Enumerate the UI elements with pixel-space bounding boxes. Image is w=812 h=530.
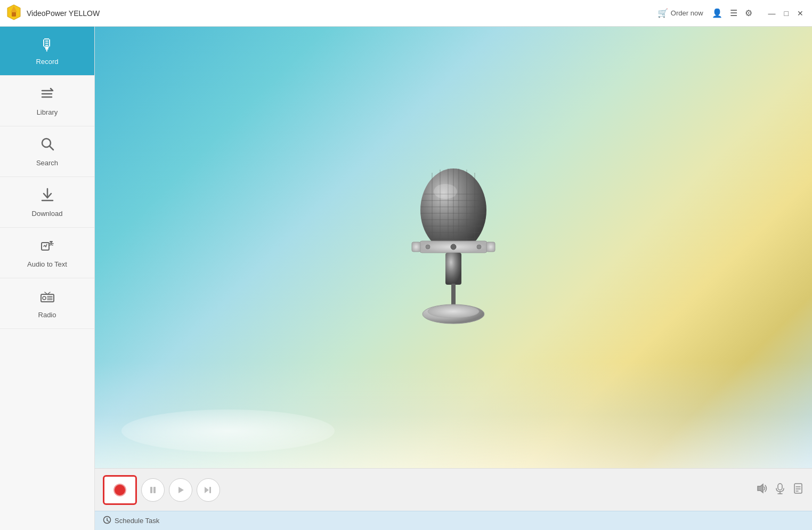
svg-rect-48 xyxy=(209,487,211,493)
search-icon xyxy=(39,136,55,156)
volume-icon[interactable] xyxy=(756,483,768,497)
schedule-task-label: Schedule Task xyxy=(115,517,159,525)
player-right-controls xyxy=(756,483,804,497)
user-icon[interactable]: 👤 xyxy=(712,8,722,18)
svg-rect-50 xyxy=(778,484,782,490)
document-icon[interactable] xyxy=(792,483,804,497)
app-title: VideoPower YELLOW xyxy=(27,9,657,18)
schedule-task-bar[interactable]: Schedule Task xyxy=(95,511,812,530)
svg-point-13 xyxy=(43,296,46,300)
sidebar-item-download[interactable]: Download xyxy=(0,177,94,228)
audio-to-text-icon xyxy=(39,237,55,257)
svg-line-8 xyxy=(50,146,53,150)
maximize-button[interactable]: □ xyxy=(781,9,792,18)
record-button[interactable] xyxy=(103,475,137,505)
svg-rect-39 xyxy=(486,242,495,252)
svg-marker-49 xyxy=(758,484,763,493)
window-controls: — □ ✕ xyxy=(765,9,807,18)
svg-rect-38 xyxy=(412,242,420,252)
svg-point-36 xyxy=(451,244,456,250)
sidebar-label-library: Library xyxy=(37,108,58,116)
svg-rect-45 xyxy=(153,487,156,493)
skip-button[interactable] xyxy=(197,478,220,502)
player-bar xyxy=(95,468,812,511)
microphone-settings-icon[interactable] xyxy=(774,483,786,497)
minimize-button[interactable]: — xyxy=(765,9,779,18)
sidebar-item-audio-to-text[interactable]: Audio to Text xyxy=(0,228,94,278)
titlebar-actions: 🛒 Order now 👤 ☰ ⚙ — □ ✕ xyxy=(657,8,807,18)
titlebar: VideoPower YELLOW 🛒 Order now 👤 ☰ ⚙ — □ … xyxy=(0,0,812,27)
svg-marker-46 xyxy=(178,487,184,493)
order-now-button[interactable]: 🛒 Order now xyxy=(657,8,703,18)
main-view xyxy=(95,27,812,468)
svg-line-59 xyxy=(107,520,109,521)
pause-button[interactable] xyxy=(141,478,165,502)
content-area: Schedule Task xyxy=(95,27,812,530)
sidebar-item-library[interactable]: Library xyxy=(0,76,94,126)
clock-icon xyxy=(103,516,111,526)
play-button[interactable] xyxy=(169,478,192,502)
sidebar-item-radio[interactable]: Radio xyxy=(0,278,94,329)
sidebar-label-radio: Radio xyxy=(38,311,56,319)
cart-icon: 🛒 xyxy=(657,8,668,18)
main-layout: 🎙 Record Library Se xyxy=(0,27,812,530)
download-icon xyxy=(39,187,55,206)
close-button[interactable]: ✕ xyxy=(794,9,807,18)
titlebar-icon-group: 👤 ☰ ⚙ xyxy=(712,8,752,18)
sidebar-item-search[interactable]: Search xyxy=(0,126,94,177)
sidebar-label-search: Search xyxy=(36,159,58,167)
sidebar-label-download: Download xyxy=(32,210,63,218)
microphone-icon: 🎙 xyxy=(39,36,55,54)
sidebar-label-record: Record xyxy=(36,58,59,66)
library-icon xyxy=(39,85,55,105)
svg-rect-53 xyxy=(794,484,802,493)
sidebar-item-record[interactable]: 🎙 Record xyxy=(0,27,94,76)
svg-rect-2 xyxy=(12,12,16,17)
settings-icon[interactable]: ⚙ xyxy=(745,8,752,18)
svg-marker-47 xyxy=(205,487,209,493)
sidebar: 🎙 Record Library Se xyxy=(0,27,95,530)
svg-rect-40 xyxy=(445,253,461,285)
sidebar-label-audio-to-text: Audio to Text xyxy=(27,260,67,268)
svg-rect-44 xyxy=(150,487,152,493)
svg-point-37 xyxy=(477,245,481,249)
svg-point-35 xyxy=(426,245,430,249)
app-logo xyxy=(5,4,22,23)
svg-point-43 xyxy=(428,305,479,318)
record-dot xyxy=(113,484,126,496)
svg-point-33 xyxy=(434,184,457,199)
microphone-illustration xyxy=(395,162,512,333)
list-icon[interactable]: ☰ xyxy=(730,8,737,18)
radio-icon xyxy=(39,288,55,308)
